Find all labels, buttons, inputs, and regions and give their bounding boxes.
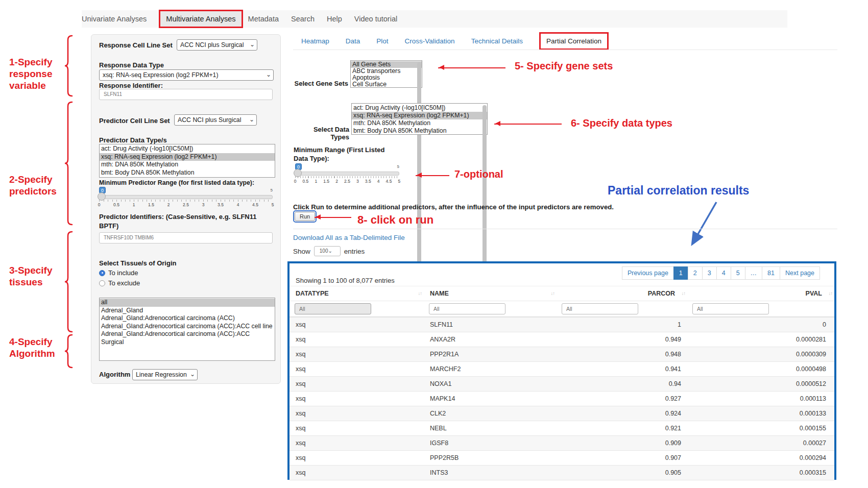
data-types-listbox: act: Drug Activity (-log10[IC50M])xsq: R… [351,103,488,135]
cell-name: PPP2R1A [424,351,557,358]
listbox-option[interactable]: mth: DNA 850K Methylation [100,161,275,169]
cell-datatype: xsq [290,321,424,328]
radio-icon [99,280,105,286]
listbox-option[interactable]: act: Drug Activity (-log10[IC50M]) [352,104,487,112]
cell-datatype: xsq [290,440,424,447]
algorithm-label: Algorithm [99,371,130,378]
listbox-option[interactable]: Adrenal_Gland:Adrenocortical carcinoma (… [100,323,275,331]
annotation-step5: 5- Specify gene sets [515,60,613,72]
sort-icon[interactable] [418,290,422,296]
listbox-option[interactable]: Cell Surface [351,81,422,88]
predictor-cell-line-set-select[interactable]: ACC NCI plus Surgical [174,114,257,126]
tab[interactable]: Technical Details [471,37,523,45]
listbox-option[interactable]: xsq: RNA-seq Expression (log2 FPKM+1) [352,112,487,119]
sort-icon[interactable] [829,290,833,296]
slider-track[interactable] [99,195,273,199]
pagination-button[interactable]: 2 [688,266,703,280]
slider-tick-labels: 00.511.522.533.544.55 [99,202,273,207]
result-tabs: HeatmapDataPlotCross-ValidationTechnical… [301,32,609,50]
algorithm-select[interactable]: Linear Regression [132,369,198,380]
tab[interactable]: Data [346,37,360,45]
listbox-option[interactable]: Adrenal_Gland [100,307,275,315]
slider-track[interactable] [295,172,399,176]
table-row: xsq INTS3 0.905 0.000315 [290,465,834,480]
cell-parcor: 0.905 [557,469,687,476]
table-row: xsq SLFN11 1 0 [290,317,834,332]
sort-icon[interactable] [551,290,555,296]
data-types-label: Select Data Types [293,126,349,141]
cell-datatype: xsq [290,469,424,476]
filter-input-parcor[interactable] [562,303,638,314]
nav-item[interactable]: Metadata [248,15,279,23]
pagination-button[interactable]: 4 [716,266,731,280]
radio-icon [99,270,105,276]
column-header-parcor[interactable]: PARCOR [557,290,687,297]
entries-label: entries [344,248,365,255]
column-header-datatype[interactable]: DATATYPE [290,290,424,297]
tissues-listbox: allAdrenal_GlandAdrenal_Gland:Adrenocort… [99,298,275,361]
filter-cell-parcor [557,303,687,314]
sort-icon[interactable] [682,290,686,296]
cell-datatype: xsq [290,380,424,387]
listbox-option[interactable]: mth: DNA 850K Methylation [352,119,487,127]
predictor-identifiers-input[interactable]: TNFRSF10D TMBIM6 [99,232,273,243]
annotation-step7: 7-optional [454,168,503,180]
filter-input-pval[interactable] [692,303,769,314]
listbox-option[interactable]: all [100,299,275,307]
response-identifier-input[interactable]: SLFN11 [99,89,273,100]
cell-datatype: xsq [290,336,424,343]
nav-item[interactable]: Video tutorial [354,15,397,23]
tab[interactable]: Heatmap [301,37,329,45]
nav-item[interactable]: Multivariate Analyses [159,10,243,28]
pagination-button[interactable]: 81 [762,266,780,280]
scrollbar-thumb[interactable] [417,62,421,267]
download-all-link[interactable]: Download All as a Tab-Delimited File [293,234,405,241]
listbox-option[interactable]: xsq: RNA-seq Expression (log2 FPKM+1) [100,153,275,161]
brace-step3 [64,231,74,333]
predictor-cell-line-set-label: Predictor Cell Line Set [99,117,170,125]
response-cell-line-set-label: Response Cell Line Set [99,41,173,49]
nav-item[interactable]: Help [327,15,342,23]
tissue-include-radio[interactable]: To include [99,269,138,277]
pagination-button[interactable]: 3 [702,266,717,280]
listbox-option[interactable]: Adrenal_Gland:Adrenocortical carcinoma (… [100,330,275,346]
tab[interactable]: Plot [376,37,388,45]
nav-item[interactable]: Search [291,15,315,23]
cell-parcor: 0.949 [557,336,687,343]
pagination-button[interactable]: … [745,266,763,280]
filter-input-name[interactable] [429,303,505,314]
tab[interactable]: Cross-Validation [405,37,455,45]
pagination-button[interactable]: Next page [780,266,820,280]
listbox-option[interactable]: bmt: Body DNA 850K Methylation [352,127,487,135]
tissue-exclude-radio[interactable]: To exclude [99,279,140,287]
cell-name: ANXA2R [424,336,557,343]
pagination-button[interactable]: 5 [731,266,745,280]
response-data-type-select[interactable]: xsq: RNA-seq Expression (log2 FPKM+1) [99,69,274,81]
listbox-option[interactable]: bmt: Body DNA 850K Methylation [100,169,275,177]
min-range-label-line2: Data Type): [294,155,329,162]
chevron-down-icon [190,370,195,379]
tab[interactable]: Partial Correlation [539,32,609,50]
show-entries-select[interactable]: 100 [314,246,341,256]
cell-name: SLFN11 [424,321,557,328]
cell-pval: 0 [687,321,834,328]
cell-pval: 0.0000309 [687,351,834,358]
column-header-name[interactable]: NAME [424,290,557,297]
pagination-button[interactable]: 1 [673,266,688,280]
response-identifier-label: Response Identifier: [99,82,163,89]
cell-name: PPP2R5B [424,454,557,461]
listbox-option[interactable]: Adrenal_Gland:Adrenocortical carcinoma (… [100,314,275,323]
annotation-step6: 6- Specify data types [571,117,672,129]
response-cell-line-set-select[interactable]: ACC NCI plus Surgical [177,39,257,51]
predictor-data-types-listbox: act: Drug Activity (-log10[IC50M])xsq: R… [99,144,275,178]
gene-sets-label: Select Gene Sets [293,80,348,87]
chevron-down-icon [328,248,332,254]
brace-step1 [64,35,74,97]
listbox-option[interactable]: act: Drug Activity (-log10[IC50M]) [100,145,275,153]
pagination-button[interactable]: Previous page [622,266,674,280]
filter-input-datatype[interactable] [295,303,371,314]
nav-item[interactable]: Univariate Analyses [82,15,147,23]
min-predictor-range-slider: 0 5 00.511.522.533.544.55 [99,187,273,207]
cell-parcor: 0.909 [557,440,687,447]
column-header-pval[interactable]: PVAL [687,290,834,297]
